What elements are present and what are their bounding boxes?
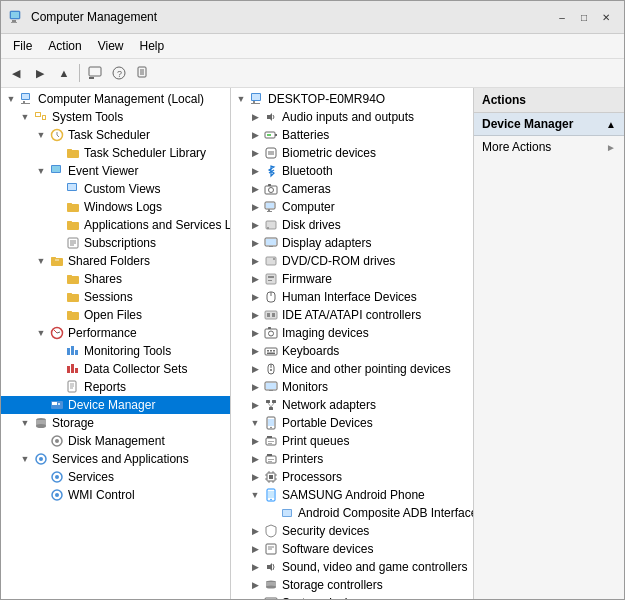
forward-button[interactable]: ▶	[29, 62, 51, 84]
menu-action[interactable]: Action	[40, 36, 89, 56]
more-actions-arrow: ►	[606, 142, 616, 153]
device-samsung[interactable]: ▼ SAMSUNG Android Phone	[231, 486, 473, 504]
properties-button[interactable]	[132, 62, 154, 84]
left-panel: ▼ Computer Management (Local) ▼	[1, 88, 231, 599]
device-keyboards[interactable]: ▶ Keyboards	[231, 342, 473, 360]
device-ide[interactable]: ▶ IDE ATA/ATAPI controllers	[231, 306, 473, 324]
up-button[interactable]: ▲	[53, 62, 75, 84]
hid-expand: ▶	[247, 289, 263, 305]
tree-services[interactable]: ▶ Services	[1, 468, 230, 486]
device-firmware[interactable]: ▶ Firmware	[231, 270, 473, 288]
app-logs-label: Applications and Services Logs	[84, 218, 231, 232]
action-group-device-manager[interactable]: Device Manager ▲	[474, 113, 624, 136]
device-security[interactable]: ▶ Security devices	[231, 522, 473, 540]
tree-monitoring-tools[interactable]: ▶ Monitoring Tools	[1, 342, 230, 360]
sessions-icon	[65, 289, 81, 305]
toolbar-separator-1	[79, 64, 80, 82]
tree-reports[interactable]: ▶ Reports	[1, 378, 230, 396]
cameras-expand: ▶	[247, 181, 263, 197]
tree-services-apps[interactable]: ▼ Services and Applications	[1, 450, 230, 468]
portable-icon	[263, 415, 279, 431]
tree-shares[interactable]: ▶ Shares	[1, 270, 230, 288]
device-network[interactable]: ▶ Network adapters	[231, 396, 473, 414]
device-bluetooth[interactable]: ▶ Bluetooth	[231, 162, 473, 180]
tree-app-services-logs[interactable]: ▶ Applications and Services Logs	[1, 216, 230, 234]
device-biometric[interactable]: ▶ Biometric devices	[231, 144, 473, 162]
tree-data-collector-sets[interactable]: ▶ Data Collector Sets	[1, 360, 230, 378]
tree-performance[interactable]: ▼ Performance	[1, 324, 230, 342]
svg-point-105	[269, 331, 274, 336]
tree-root[interactable]: ▼ Computer Management (Local)	[1, 90, 230, 108]
tree-task-scheduler-lib[interactable]: ▶ Task Scheduler Library	[1, 144, 230, 162]
action-more-actions[interactable]: More Actions ►	[474, 136, 624, 158]
device-processors[interactable]: ▶ Processors	[231, 468, 473, 486]
cameras-label: Cameras	[282, 182, 331, 196]
device-disk-drives[interactable]: ▶ Disk drives	[231, 216, 473, 234]
device-hid[interactable]: ▶ Human Interface Devices	[231, 288, 473, 306]
device-android-adb[interactable]: ▶ Android Composite ADB Interface	[231, 504, 473, 522]
batteries-expand: ▶	[247, 127, 263, 143]
device-printers[interactable]: ▶ Printers	[231, 450, 473, 468]
tree-event-viewer[interactable]: ▼ Event Viewer	[1, 162, 230, 180]
device-imaging[interactable]: ▶ Imaging devices	[231, 324, 473, 342]
tree-shared-folders[interactable]: ▼ Shared Folders	[1, 252, 230, 270]
device-computer[interactable]: ▶ Computer	[231, 198, 473, 216]
device-dvd[interactable]: ▶ DVD/CD-ROM drives	[231, 252, 473, 270]
svg-rect-48	[71, 346, 74, 355]
device-system[interactable]: ▶ System devices	[231, 594, 473, 599]
device-software[interactable]: ▶ Software devices	[231, 540, 473, 558]
system-tools-label: System Tools	[52, 110, 123, 124]
title-bar: Computer Management – □ ✕	[1, 1, 624, 34]
device-audio[interactable]: ▶ Audio inputs and outputs	[231, 108, 473, 126]
device-portable[interactable]: ▼ Portable Devices	[231, 414, 473, 432]
tree-open-files[interactable]: ▶ Open Files	[1, 306, 230, 324]
menu-file[interactable]: File	[5, 36, 40, 56]
tree-custom-views[interactable]: ▶ Custom Views	[1, 180, 230, 198]
device-display-adapters[interactable]: ▶ Display adapters	[231, 234, 473, 252]
device-mice[interactable]: ▶ Mice and other pointing devices	[231, 360, 473, 378]
device-storage-ctrl[interactable]: ▶ Storage controllers	[231, 576, 473, 594]
hid-icon	[263, 289, 279, 305]
tree-windows-logs[interactable]: ▶ Windows Logs	[1, 198, 230, 216]
network-label: Network adapters	[282, 398, 376, 412]
disk-drives-label: Disk drives	[282, 218, 341, 232]
storage-label: Storage	[52, 416, 94, 430]
menu-view[interactable]: View	[90, 36, 132, 56]
help-button[interactable]: ?	[108, 62, 130, 84]
custom-views-icon	[65, 181, 81, 197]
device-batteries[interactable]: ▶ Batteries	[231, 126, 473, 144]
tree-device-manager[interactable]: ▶ Device Manager	[1, 396, 230, 414]
close-button[interactable]: ✕	[596, 7, 616, 27]
device-cameras[interactable]: ▶ Cameras	[231, 180, 473, 198]
system-tools-icon	[33, 109, 49, 125]
svg-rect-73	[253, 101, 255, 103]
back-button[interactable]: ◀	[5, 62, 27, 84]
device-sound[interactable]: ▶ Sound, video and game controllers	[231, 558, 473, 576]
tree-task-scheduler[interactable]: ▼ Task Scheduler	[1, 126, 230, 144]
minimize-button[interactable]: –	[552, 7, 572, 27]
svg-rect-97	[268, 276, 274, 278]
svg-rect-23	[67, 150, 79, 158]
svg-rect-103	[272, 313, 275, 317]
windows-logs-icon	[65, 199, 81, 215]
tree-sessions[interactable]: ▶ Sessions	[1, 288, 230, 306]
audio-icon	[263, 109, 279, 125]
tree-subscriptions[interactable]: ▶ Subscriptions	[1, 234, 230, 252]
tree-disk-management[interactable]: ▶ Disk Management	[1, 432, 230, 450]
tree-system-tools[interactable]: ▼ System Tools	[1, 108, 230, 126]
device-print-queues[interactable]: ▶ Print queues	[231, 432, 473, 450]
maximize-button[interactable]: □	[574, 7, 594, 27]
device-tree-root[interactable]: ▼ DESKTOP-E0MR94O	[231, 90, 473, 108]
tree-wmi-control[interactable]: ▶ WMI Control	[1, 486, 230, 504]
event-viewer-icon	[49, 163, 65, 179]
action-group-arrow: ▲	[606, 119, 616, 130]
svg-rect-59	[58, 403, 60, 405]
menu-help[interactable]: Help	[132, 36, 173, 56]
window-title: Computer Management	[31, 10, 546, 24]
firmware-icon	[263, 271, 279, 287]
show-hide-button[interactable]	[84, 62, 106, 84]
svg-rect-84	[268, 184, 271, 186]
device-monitors[interactable]: ▶ Monitors	[231, 378, 473, 396]
tree-storage[interactable]: ▼ Storage	[1, 414, 230, 432]
svg-rect-77	[267, 134, 271, 136]
